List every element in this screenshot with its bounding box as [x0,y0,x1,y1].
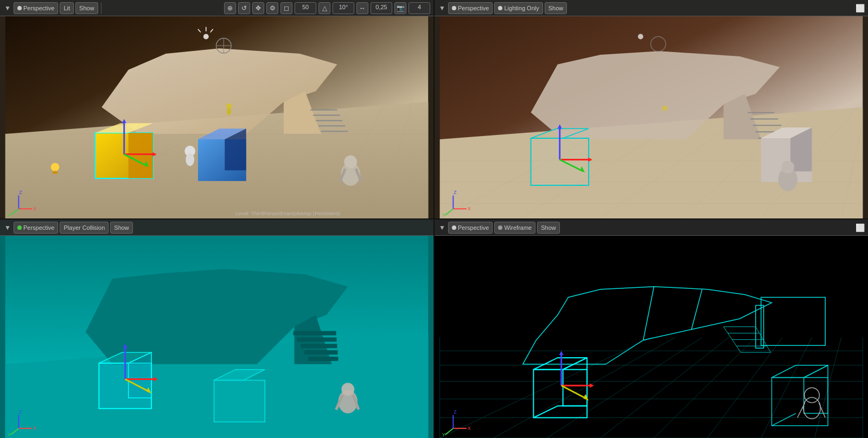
svg-line-6 [219,102,329,218]
lighting-dot [498,6,502,10]
svg-line-65 [761,107,858,218]
level-info-tl: Level: ThirdPersonExampleMap (Persistent… [235,210,340,216]
snap-icon[interactable]: ◻ [280,2,292,14]
show-btn-tl[interactable]: Show [75,2,98,14]
svg-text:X: X [468,206,471,211]
svg-point-119 [338,390,358,413]
svg-marker-1 [5,102,429,218]
toolbar-top-left: ▼ Perspective Lit Show ⊕ ↺ ✥ ⚙ ◻ 50 △ 10… [0,0,433,16]
perspective-mode-bl[interactable]: Perspective [14,222,58,234]
svg-rect-106 [304,350,337,355]
svg-point-179 [803,397,821,418]
svg-text:X: X [33,426,36,431]
svg-rect-23 [95,133,154,178]
svg-rect-107 [308,357,338,361]
svg-text:Z: Z [454,190,457,195]
scene-br: X Z Y X Z Y [435,236,868,438]
viewport-bottom-right: ▼ Perspective Wireframe Show ⬜ [435,220,868,438]
viewport-arrow-tr[interactable]: ▼ [438,4,446,12]
svg-point-90 [662,106,667,111]
svg-marker-159 [563,358,587,406]
svg-marker-112 [123,344,127,348]
viewport-arrow-br[interactable]: ▼ [438,223,446,232]
svg-line-61 [440,107,652,218]
svg-marker-16 [101,48,337,134]
show-btn-br[interactable]: Show [537,222,560,234]
svg-marker-60 [440,107,863,218]
rotate-icon[interactable]: ↺ [238,2,250,14]
scale-icon[interactable]: ✥ [252,2,264,14]
svg-text:Z: Z [19,190,22,195]
render-label-br: Wireframe [504,224,532,231]
angle-value[interactable]: 10° [333,2,354,14]
svg-text:Y: Y [8,432,11,437]
render-mode-bl[interactable]: Player Collision [60,222,108,234]
svg-point-88 [778,168,797,191]
translate-icon[interactable]: ⊕ [224,2,236,14]
svg-marker-71 [724,94,761,139]
svg-marker-32 [144,160,149,167]
mode-label-tr: Perspective [458,5,489,11]
svg-line-62 [520,107,705,218]
render-mode-tl[interactable]: Lit [60,2,74,14]
svg-marker-158 [533,358,587,370]
svg-text:Y: Y [442,432,445,437]
svg-line-181 [819,403,825,418]
svg-line-64 [681,107,807,218]
render-mode-tr[interactable]: Lighting Only [494,2,542,14]
angle-icon[interactable]: △ [318,2,330,14]
snap-value[interactable]: 50 [295,2,316,14]
svg-rect-24 [95,133,154,178]
svg-line-121 [336,395,343,410]
svg-point-89 [781,160,794,173]
svg-line-3 [59,102,246,218]
toolbar-icons-tl: ⊕ ↺ ✥ ⚙ ◻ 50 △ 10° ↔ 0,25 📷 4 [224,2,430,14]
svg-line-83 [560,159,583,171]
svg-marker-165 [590,383,594,388]
viewport-arrow-tl[interactable]: ▼ [3,4,12,12]
svg-point-43 [186,153,194,166]
svg-marker-101 [86,269,348,364]
maximize-btn-tr[interactable]: ⬜ [854,2,866,14]
svg-line-171 [772,414,796,426]
svg-text:Z: Z [454,409,457,415]
svg-rect-85 [761,138,812,182]
render-mode-br[interactable]: Wireframe [494,222,535,234]
svg-line-5 [166,102,303,218]
viewport-top-right: ▼ Perspective Lighting Only Show ⬜ [435,0,868,218]
svg-rect-59 [440,16,863,218]
svg-line-55 [11,209,19,215]
scale2-icon[interactable]: ↔ [356,2,368,14]
world-icon[interactable]: ⚙ [266,2,278,14]
svg-rect-104 [297,337,337,342]
camera-icon[interactable]: 📷 [394,2,406,14]
show-btn-tr[interactable]: Show [545,2,567,14]
sep1 [101,3,101,14]
wireframe-dot [498,226,502,230]
svg-marker-167 [583,394,589,401]
svg-text:X: X [468,426,471,431]
svg-line-115 [125,379,150,392]
maximize-btn-br[interactable]: ⬜ [854,222,866,234]
svg-line-38 [340,169,345,182]
viewport-arrow-bl[interactable]: ▼ [3,223,12,232]
svg-marker-17 [284,91,321,134]
perspective-mode-br[interactable]: Perspective [448,222,493,234]
svg-line-7 [273,102,356,218]
svg-line-143 [814,337,841,438]
svg-line-137 [493,337,675,438]
svg-marker-35 [225,128,246,170]
perspective-mode-tr[interactable]: Perspective [448,2,493,14]
mode-label-bl: Perspective [23,224,54,231]
cam-speed[interactable]: 4 [409,2,430,14]
show-btn-bl[interactable]: Show [110,222,133,234]
perspective-mode-tl[interactable]: Perspective [14,2,58,14]
svg-line-139 [601,337,729,438]
svg-line-155 [724,327,741,352]
svg-line-4 [112,102,273,218]
svg-rect-108 [99,363,151,409]
svg-line-49 [198,29,201,33]
svg-line-8 [327,102,386,218]
scale-value[interactable]: 0,25 [371,2,392,14]
render-label-bl: Player Collision [63,224,105,231]
